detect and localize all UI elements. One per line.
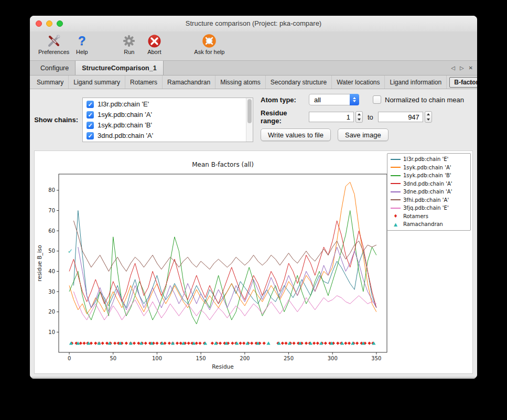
preferences-button[interactable]: Preferences bbox=[38, 33, 69, 55]
legend-item: 1l3r.pdb:chain 'E' bbox=[391, 155, 467, 164]
toolbar: Preferences ? Help bbox=[30, 31, 477, 61]
range-from-stepper[interactable] bbox=[355, 111, 363, 123]
svg-text:150: 150 bbox=[196, 356, 206, 361]
status-bar: Idle Project: pka-compare bbox=[30, 377, 477, 379]
chain-label: 1syk.pdb:chain 'B' bbox=[98, 121, 152, 129]
checkbox-checked-icon[interactable]: ✓ bbox=[87, 111, 94, 119]
abort-button[interactable]: Abort bbox=[142, 33, 167, 55]
tab-scroll-right-icon[interactable]: ▷ bbox=[460, 65, 464, 71]
document-tab-bar: Configure StructureComparison_1 ◁ ▷ ✕ bbox=[30, 61, 477, 76]
atom-type-select[interactable]: all bbox=[309, 94, 359, 105]
tab-missing-atoms[interactable]: Missing atoms bbox=[215, 76, 266, 89]
run-button[interactable]: Run bbox=[116, 33, 142, 55]
tab-label: Configure bbox=[40, 64, 69, 72]
titlebar: Structure comparison (Project: pka-compa… bbox=[30, 16, 477, 31]
chain-label: 1l3r.pdb:chain 'E' bbox=[98, 100, 149, 108]
svg-text:10: 10 bbox=[48, 329, 55, 335]
chain-label: 1syk.pdb:chain 'A' bbox=[98, 111, 152, 119]
chart-legend: 1l3r.pdb:chain 'E'1syk.pdb:chain 'A'1syk… bbox=[387, 153, 471, 231]
svg-text:80: 80 bbox=[48, 187, 55, 193]
legend-item: 1syk.pdb:chain 'A' bbox=[391, 164, 467, 172]
report-tab-scroll-left-icon[interactable]: ◁ bbox=[462, 79, 466, 85]
legend-item: 1syk.pdb:chain 'B' bbox=[391, 171, 467, 180]
svg-text:Mean B-factors (all): Mean B-factors (all) bbox=[192, 161, 254, 168]
list-item[interactable]: ✓ 1syk.pdb:chain 'A' bbox=[83, 110, 253, 120]
checkbox-checked-icon[interactable]: ✓ bbox=[87, 101, 94, 108]
svg-text:300: 300 bbox=[328, 356, 338, 361]
legend-item: ▲Ramachandran bbox=[391, 220, 467, 229]
chain-label: 3dnd.pdb:chain 'A' bbox=[98, 132, 153, 139]
toolbar-item-label: Ask for help bbox=[194, 49, 224, 55]
chain-list: ✓ 1l3r.pdb:chain 'E' ✓ 1syk.pdb:chain 'A… bbox=[82, 98, 253, 142]
abort-icon bbox=[147, 33, 161, 49]
tab-water-locations[interactable]: Water locations bbox=[332, 76, 385, 89]
svg-text:250: 250 bbox=[284, 356, 294, 361]
svg-text:Residue: Residue bbox=[212, 363, 233, 370]
tools-icon bbox=[47, 33, 61, 49]
to-label: to bbox=[368, 113, 373, 121]
toolbar-item-label: Abort bbox=[147, 49, 161, 55]
window-title: Structure comparison (Project: pka-compa… bbox=[30, 16, 477, 31]
tab-ligand-information[interactable]: Ligand information bbox=[385, 76, 447, 89]
chart-panel: 1020304050607080050100150200250300350Mea… bbox=[34, 150, 473, 374]
list-item[interactable]: ✓ 1syk.pdb:chain 'B' bbox=[83, 120, 253, 131]
list-item[interactable]: ✓ 3dnd.pdb:chain 'A' bbox=[83, 131, 253, 141]
svg-text:350: 350 bbox=[371, 356, 381, 361]
tab-secondary-structure[interactable]: Secondary structure bbox=[266, 76, 332, 89]
svg-text:20: 20 bbox=[48, 309, 55, 315]
traffic-lights bbox=[36, 20, 63, 27]
ask-for-help-button[interactable]: Ask for help bbox=[194, 33, 224, 55]
svg-text:40: 40 bbox=[48, 268, 55, 274]
show-chains-label: Show chains: bbox=[33, 116, 78, 124]
list-item[interactable]: ✓ 1l3r.pdb:chain 'E' bbox=[83, 99, 253, 110]
normalized-checkbox[interactable] bbox=[373, 95, 381, 104]
question-icon: ? bbox=[78, 33, 86, 49]
svg-text:residue B_iso: residue B_iso bbox=[36, 245, 43, 281]
checkbox-checked-icon[interactable]: ✓ bbox=[87, 122, 94, 129]
svg-text:0: 0 bbox=[68, 356, 71, 361]
residue-range-from-input[interactable] bbox=[309, 112, 354, 122]
scrollbar[interactable] bbox=[246, 98, 253, 142]
tab-summary[interactable]: Summary bbox=[32, 76, 69, 89]
scrollbar-thumb[interactable] bbox=[247, 99, 252, 123]
atom-type-value: all bbox=[314, 96, 321, 104]
write-values-button[interactable]: Write values to file bbox=[261, 128, 331, 141]
tab-scroll-left-icon[interactable]: ◁ bbox=[451, 65, 455, 71]
help-button[interactable]: ? Help bbox=[69, 33, 94, 55]
legend-item: ♦Rotamers bbox=[391, 212, 467, 221]
svg-text:30: 30 bbox=[48, 289, 55, 295]
tab-ramachandran[interactable]: Ramachandran bbox=[163, 76, 215, 89]
legend-item: 3fhi.pdb:chain 'A' bbox=[391, 196, 467, 204]
tab-rotamers[interactable]: Rotamers bbox=[125, 76, 163, 89]
report-tab-bar: Summary Ligand summary Rotamers Ramachan… bbox=[30, 76, 477, 89]
save-image-button[interactable]: Save image bbox=[338, 128, 389, 141]
tab-ligand-summary[interactable]: Ligand summary bbox=[69, 76, 125, 89]
toolbar-item-label: Help bbox=[76, 49, 88, 55]
svg-text:✓: ✓ bbox=[68, 247, 73, 255]
residue-range-to-input[interactable] bbox=[378, 112, 423, 122]
svg-text:200: 200 bbox=[240, 356, 250, 361]
svg-text:50: 50 bbox=[48, 248, 55, 254]
gear-icon bbox=[122, 33, 136, 49]
residue-range-label: Residue range: bbox=[261, 109, 309, 125]
svg-text:50: 50 bbox=[110, 356, 116, 361]
close-window-button[interactable] bbox=[36, 20, 42, 27]
lifering-icon bbox=[202, 33, 216, 49]
svg-text:70: 70 bbox=[48, 208, 55, 213]
zoom-window-button[interactable] bbox=[57, 20, 63, 27]
toolbar-item-label: Run bbox=[124, 49, 134, 55]
controls-panel: Show chains: ✓ 1l3r.pdb:chain 'E' ✓ 1syk… bbox=[30, 89, 477, 148]
normalized-label: Normalized to chain mean bbox=[385, 96, 464, 104]
minimize-window-button[interactable] bbox=[46, 20, 52, 27]
toolbar-item-label: Preferences bbox=[38, 49, 69, 55]
tab-close-icon[interactable]: ✕ bbox=[469, 65, 473, 71]
legend-item: 3dne.pdb:chain 'A' bbox=[391, 188, 467, 196]
range-to-stepper[interactable] bbox=[425, 111, 432, 123]
checkbox-checked-icon[interactable]: ✓ bbox=[87, 132, 94, 139]
app-window: Structure comparison (Project: pka-compa… bbox=[30, 16, 477, 379]
tab-structurecomparison-1[interactable]: StructureComparison_1 bbox=[75, 61, 163, 75]
legend-item: 3dnd.pdb:chain 'A' bbox=[391, 180, 467, 188]
report-tab-scroll-right-icon[interactable]: ▷ bbox=[470, 79, 474, 85]
legend-item: 3fjq.pdb:chain 'E' bbox=[391, 204, 467, 212]
tab-configure[interactable]: Configure bbox=[34, 61, 75, 75]
